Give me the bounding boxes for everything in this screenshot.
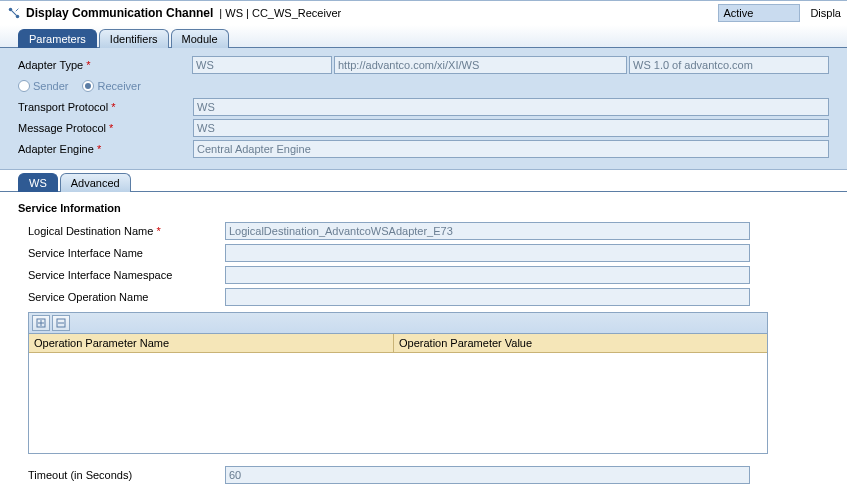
logical-destination-field[interactable] (225, 222, 750, 240)
timeout-label: Timeout (in Seconds) (18, 469, 225, 481)
service-operation-name-field[interactable] (225, 288, 750, 306)
column-param-value[interactable]: Operation Parameter Value (394, 334, 767, 352)
service-interface-namespace-label: Service Interface Namespace (18, 269, 225, 281)
channel-icon (6, 5, 22, 21)
tab-module[interactable]: Module (171, 29, 229, 48)
radio-off-icon (18, 80, 30, 92)
ws-content: Service Information Logical Destination … (0, 192, 847, 498)
adapter-type-label: Adapter Type * (18, 59, 192, 71)
add-icon (36, 318, 46, 328)
parameters-panel: Adapter Type * Sender Receiver Transport (0, 48, 847, 170)
timeout-field[interactable] (225, 466, 750, 484)
table-header: Operation Parameter Name Operation Param… (29, 334, 767, 353)
main-tabstrip: Parameters Identifiers Module (0, 25, 847, 48)
receiver-radio[interactable]: Receiver (82, 80, 140, 92)
service-interface-name-field[interactable] (225, 244, 750, 262)
sender-radio[interactable]: Sender (18, 80, 68, 92)
service-info-heading: Service Information (18, 202, 829, 214)
breadcrumb: | WS | CC_WS_Receiver (219, 7, 341, 19)
tab-ws[interactable]: WS (18, 173, 58, 192)
logical-destination-label: Logical Destination Name * (18, 225, 225, 237)
service-operation-name-label: Service Operation Name (18, 291, 225, 303)
adapter-type-field[interactable] (192, 56, 332, 74)
adapter-version-field[interactable] (629, 56, 829, 74)
display-label: Displa (810, 7, 841, 19)
window-header: Display Communication Channel | WS | CC_… (0, 1, 847, 25)
operation-parameter-table: Operation Parameter Name Operation Param… (28, 312, 768, 454)
add-row-button[interactable] (32, 315, 50, 331)
status-field[interactable]: Active (718, 4, 800, 22)
tab-parameters[interactable]: Parameters (18, 29, 97, 48)
message-protocol-field[interactable] (193, 119, 829, 137)
transport-protocol-label: Transport Protocol * (18, 101, 193, 113)
adapter-namespace-field[interactable] (334, 56, 627, 74)
sub-tabstrip: WS Advanced (0, 170, 847, 192)
tab-advanced[interactable]: Advanced (60, 173, 131, 192)
service-interface-name-label: Service Interface Name (18, 247, 225, 259)
message-protocol-label: Message Protocol * (18, 122, 193, 134)
tab-identifiers[interactable]: Identifiers (99, 29, 169, 48)
service-interface-namespace-field[interactable] (225, 266, 750, 284)
remove-row-button[interactable] (52, 315, 70, 331)
table-toolbar (29, 313, 767, 334)
adapter-engine-label: Adapter Engine * (18, 143, 193, 155)
table-body[interactable] (29, 353, 767, 453)
column-param-name[interactable]: Operation Parameter Name (29, 334, 394, 352)
direction-radio-group: Sender Receiver (18, 80, 141, 92)
radio-on-icon (82, 80, 94, 92)
transport-protocol-field[interactable] (193, 98, 829, 116)
remove-icon (56, 318, 66, 328)
page-title: Display Communication Channel (26, 6, 213, 20)
adapter-engine-field[interactable] (193, 140, 829, 158)
